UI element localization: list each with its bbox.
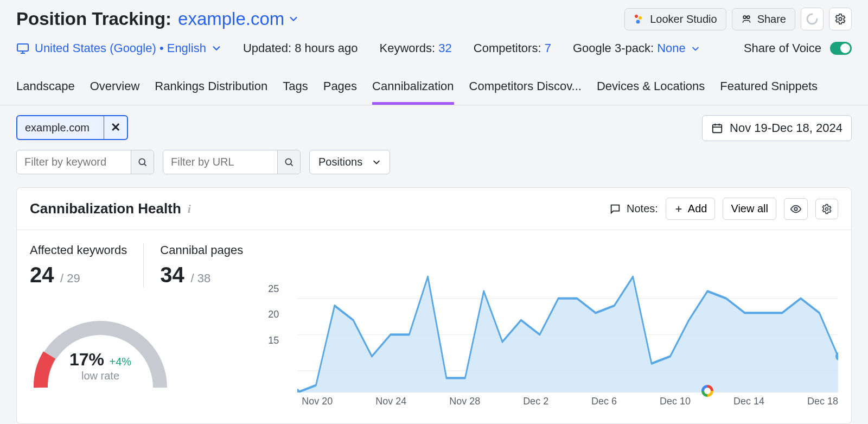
cannibal-pages-total: / 38 bbox=[190, 271, 210, 286]
chip-text: example.com bbox=[17, 117, 97, 138]
svg-point-0 bbox=[635, 15, 638, 18]
domain-text: example.com bbox=[178, 9, 284, 29]
add-label: Add bbox=[688, 202, 707, 215]
url-filter-group bbox=[163, 150, 301, 174]
share-label: Share bbox=[757, 13, 786, 26]
positions-label: Positions bbox=[318, 156, 362, 168]
date-range-picker[interactable]: Nov 19-Dec 18, 2024 bbox=[702, 115, 852, 141]
cannibalization-health-card: Cannibalization Health i Notes: Add View… bbox=[16, 187, 852, 424]
affected-keywords-total: / 29 bbox=[60, 271, 80, 286]
health-chart: 252015 Nov 20Nov 24Nov 28Dec 2Dec 6Dec 1… bbox=[259, 243, 838, 407]
locale-text: United States (Google) • English bbox=[35, 41, 206, 55]
looker-studio-icon bbox=[634, 14, 644, 24]
settings-button[interactable] bbox=[829, 8, 852, 30]
card-settings-button[interactable] bbox=[815, 199, 838, 219]
tab-rankings-distribution[interactable]: Rankings Distribution bbox=[155, 72, 267, 105]
updated-label: Updated: 8 hours ago bbox=[243, 41, 358, 55]
sov-label: Share of Voice bbox=[744, 41, 821, 55]
keywords-label: Keywords: bbox=[379, 41, 435, 55]
svg-point-3 bbox=[743, 16, 746, 18]
svg-point-4 bbox=[746, 16, 749, 18]
svg-point-7 bbox=[139, 159, 145, 164]
chevron-down-icon bbox=[372, 158, 381, 167]
locale-selector[interactable]: United States (Google) • English bbox=[16, 41, 221, 55]
x-tick-label: Dec 10 bbox=[660, 396, 691, 407]
url-filter-input[interactable] bbox=[163, 150, 277, 174]
svg-point-5 bbox=[839, 17, 842, 21]
page-title: Position Tracking: bbox=[16, 9, 171, 29]
domain-selector[interactable]: example.com bbox=[178, 9, 298, 29]
looker-studio-button[interactable]: Looker Studio bbox=[624, 8, 726, 30]
info-icon[interactable]: i bbox=[188, 202, 191, 216]
keyword-filter-input[interactable] bbox=[17, 150, 131, 174]
chevron-down-icon bbox=[691, 45, 700, 53]
view-all-label: View all bbox=[731, 202, 768, 215]
y-tick-label: 25 bbox=[268, 283, 279, 295]
notes-text: Notes: bbox=[627, 202, 658, 215]
g3pack-selector[interactable]: Google 3-pack: None bbox=[573, 41, 700, 55]
keywords-value: 32 bbox=[438, 41, 451, 55]
date-range-text: Nov 19-Dec 18, 2024 bbox=[730, 121, 843, 135]
keywords-stat: Keywords: 32 bbox=[379, 41, 451, 55]
sov-toggle-wrap: Share of Voice bbox=[744, 41, 852, 55]
svg-point-8 bbox=[285, 159, 291, 164]
notes-label: Notes: bbox=[609, 202, 658, 215]
competitors-stat: Competitors: 7 bbox=[474, 41, 551, 55]
y-tick-label: 20 bbox=[268, 309, 279, 320]
svg-point-10 bbox=[794, 207, 797, 211]
gauge-subtitle: low rate bbox=[30, 370, 171, 382]
x-tick-label: Dec 18 bbox=[807, 396, 838, 407]
tab-overview[interactable]: Overview bbox=[90, 72, 140, 105]
tab-tags[interactable]: Tags bbox=[283, 72, 308, 105]
visibility-button[interactable] bbox=[784, 198, 808, 220]
tab-pages[interactable]: Pages bbox=[323, 72, 357, 105]
svg-point-15 bbox=[297, 389, 300, 393]
positions-select[interactable]: Positions bbox=[309, 150, 390, 174]
sov-toggle[interactable] bbox=[830, 42, 852, 55]
tab-devices-locations[interactable]: Devices & Locations bbox=[597, 72, 705, 105]
svg-point-2 bbox=[636, 20, 640, 24]
gauge-percent: 17% bbox=[69, 350, 104, 370]
x-tick-label: Nov 24 bbox=[375, 396, 406, 407]
affected-keywords-label: Affected keywords bbox=[30, 243, 127, 257]
gear-icon bbox=[821, 204, 832, 214]
g3pack-label: Google 3-pack: bbox=[573, 41, 654, 55]
plus-icon bbox=[674, 204, 684, 214]
search-icon bbox=[284, 157, 295, 168]
gauge-delta: +4% bbox=[110, 356, 132, 368]
view-all-notes-button[interactable]: View all bbox=[723, 198, 776, 220]
domain-filter-chip: example.com ✕ bbox=[16, 115, 128, 140]
search-icon bbox=[137, 157, 148, 168]
chip-remove[interactable]: ✕ bbox=[104, 116, 127, 139]
competitors-label: Competitors: bbox=[474, 41, 541, 55]
keyword-filter-search[interactable] bbox=[131, 150, 154, 174]
gear-icon bbox=[834, 13, 846, 25]
url-filter-search[interactable] bbox=[277, 150, 300, 174]
chevron-down-icon bbox=[289, 14, 298, 24]
close-icon: ✕ bbox=[111, 121, 120, 134]
tabs: LandscapeOverviewRankings DistributionTa… bbox=[0, 72, 868, 105]
g3pack-value: None bbox=[657, 41, 686, 55]
health-gauge: 17% +4% low rate bbox=[30, 314, 171, 396]
cannibal-pages-label: Cannibal pages bbox=[160, 243, 243, 257]
keyword-filter-group bbox=[16, 150, 154, 174]
tab-landscape[interactable]: Landscape bbox=[16, 72, 75, 105]
svg-point-11 bbox=[826, 207, 828, 210]
x-tick-label: Dec 14 bbox=[733, 396, 764, 407]
cannibal-pages-value: 34 bbox=[160, 263, 184, 287]
x-tick-label: Nov 20 bbox=[302, 396, 333, 407]
eye-icon bbox=[790, 203, 802, 215]
add-note-button[interactable]: Add bbox=[666, 198, 716, 220]
tab-featured-snippets[interactable]: Featured Snippets bbox=[720, 72, 818, 105]
monitor-icon bbox=[16, 42, 29, 55]
share-button[interactable]: Share bbox=[732, 8, 795, 30]
x-tick-label: Nov 28 bbox=[449, 396, 480, 407]
tab-cannibalization[interactable]: Cannibalization bbox=[372, 72, 454, 105]
chevron-down-icon bbox=[212, 43, 221, 53]
tab-competitors-discov[interactable]: Competitors Discov... bbox=[469, 72, 582, 105]
card-title: Cannibalization Health bbox=[30, 200, 181, 217]
y-tick-label: 15 bbox=[268, 335, 279, 346]
loading-spinner bbox=[801, 8, 824, 30]
svg-rect-9 bbox=[713, 125, 722, 133]
svg-point-1 bbox=[639, 16, 642, 20]
